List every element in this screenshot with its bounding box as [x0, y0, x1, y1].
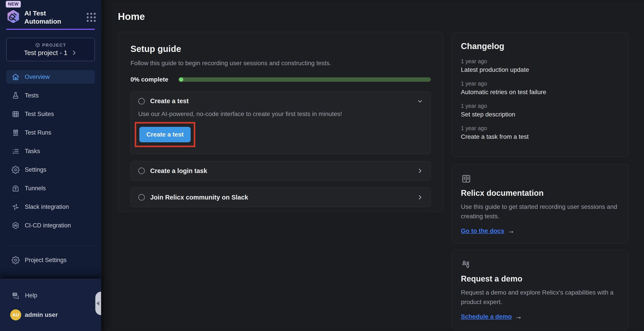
avatar: AU — [10, 309, 21, 321]
user-menu[interactable]: AU admin user — [10, 309, 101, 321]
progress-row: 0% complete — [130, 76, 431, 83]
sidebar-item-label: Test Runs — [25, 129, 51, 136]
sidebar-item-label: Project Settings — [25, 257, 66, 264]
sidebar-item-test-runs[interactable]: Test Runs — [6, 126, 95, 139]
changelog-time: 1 year ago — [461, 58, 620, 64]
users-icon — [461, 267, 472, 271]
changelog-card: Changelog 1 year ago Latest production u… — [452, 32, 629, 157]
docs-link-row: Go to the docs → — [461, 227, 620, 235]
project-label: PROJECT — [42, 43, 66, 48]
sidebar-item-label: Settings — [25, 166, 46, 173]
request-demo-title: Request a demo — [461, 274, 620, 284]
create-a-test-button[interactable]: Create a test — [139, 127, 191, 142]
sidebar-item-test-suites[interactable]: Test Suites — [6, 107, 95, 121]
progress-label: 0% complete — [130, 76, 168, 83]
sidebar-item-label: Test Suites — [25, 111, 54, 118]
setup-step-title: Create a login task — [150, 167, 207, 175]
arrow-right-icon: → — [507, 227, 514, 235]
changelog-title: Changelog — [461, 41, 620, 51]
request-demo-description: Request a demo and explore Relicx's capa… — [461, 288, 620, 307]
sidebar-item-slack-integration[interactable]: Slack integration — [6, 200, 95, 214]
app-title: AI Test Automation — [24, 9, 68, 25]
sidebar-nav: Overview Tests Test Suites Test Runs Tas… — [6, 70, 95, 232]
setup-guide-card: Setup guide Follow this guide to begin r… — [118, 32, 444, 212]
sidebar-collapse-handle[interactable] — [95, 292, 101, 315]
setup-step-header[interactable]: Create a test — [138, 97, 423, 105]
help-button[interactable]: ? Help — [12, 292, 101, 300]
brand: AI Test Automation — [5, 9, 96, 26]
setup-step-create-a-login-task[interactable]: Create a login task — [130, 161, 431, 181]
sidebar-item-cicd-integration[interactable]: CI-CD integration — [6, 219, 95, 232]
sidebar-item-label: CI-CD integration — [25, 222, 71, 229]
changelog-text: Automatic retries on test failure — [461, 89, 620, 96]
documentation-title: Relicx documentation — [461, 188, 620, 198]
changelog-text: Set step description — [461, 111, 620, 118]
sidebar-item-overview[interactable]: Overview — [6, 70, 95, 84]
project-selector[interactable]: PROJECT Test project - 1 — [6, 38, 95, 61]
request-demo-card: Request a demo Request a demo and explor… — [452, 250, 629, 330]
home-icon — [12, 73, 20, 81]
accent-divider — [6, 29, 95, 30]
book-icon — [461, 181, 472, 185]
chevron-right-icon — [417, 168, 423, 174]
tunnel-icon — [12, 184, 20, 192]
package-icon — [35, 42, 40, 48]
sidebar-item-settings[interactable]: Settings — [6, 163, 95, 177]
changelog-entry: 1 year ago Automatic retries on test fai… — [461, 80, 620, 96]
changelog-time: 1 year ago — [461, 103, 620, 109]
documentation-card: Relicx documentation Use this guide to g… — [452, 164, 629, 244]
sidebar-footer: ? Help AU admin user — [0, 279, 101, 331]
changelog-text: Create a task from a test — [461, 133, 620, 140]
schedule-demo-link[interactable]: Schedule a demo — [461, 313, 512, 320]
list-icon — [12, 147, 20, 155]
gear-icon — [12, 256, 20, 264]
apps-grid-button[interactable] — [87, 13, 96, 22]
setup-step-create-a-test: Create a test Use our AI-powered, no-cod… — [130, 91, 431, 154]
triangle-left-icon — [96, 301, 99, 306]
arrow-right-icon: → — [515, 313, 522, 321]
demo-link-row: Schedule a demo → — [461, 313, 620, 321]
setup-step-join-slack-community[interactable]: Join Relicx community on Slack — [130, 188, 431, 207]
incomplete-step-icon — [138, 98, 145, 104]
progress-indicator — [179, 77, 183, 82]
setup-step-description: Use our AI-powered, no-code interface to… — [138, 110, 423, 118]
sidebar-item-label: Tasks — [25, 148, 40, 155]
sidebar-item-label: Overview — [25, 74, 50, 80]
changelog-entry: 1 year ago Latest production update — [461, 58, 620, 73]
changelog-time: 1 year ago — [461, 125, 620, 131]
go-to-docs-link[interactable]: Go to the docs — [461, 227, 504, 234]
sidebar-item-tunnels[interactable]: Tunnels — [6, 181, 95, 195]
help-label: Help — [25, 292, 38, 299]
setup-guide-title: Setup guide — [130, 44, 431, 54]
progress-bar — [178, 77, 431, 82]
changelog-time: 1 year ago — [461, 80, 620, 87]
help-chat-icon: ? — [12, 292, 20, 300]
gear-icon — [12, 166, 20, 174]
cicd-icon — [12, 221, 20, 230]
documentation-description: Use this guide to get started recording … — [461, 202, 620, 221]
grid-table-icon — [12, 110, 20, 118]
user-name: admin user — [25, 311, 58, 319]
columns-icon — [12, 129, 20, 137]
setup-step-title: Create a test — [150, 97, 189, 105]
right-column: Changelog 1 year ago Latest production u… — [452, 32, 629, 330]
sidebar-item-tasks[interactable]: Tasks — [6, 144, 95, 158]
setup-step-title: Join Relicx community on Slack — [150, 194, 248, 201]
incomplete-step-icon — [138, 167, 145, 174]
new-badge: NEW — [6, 1, 21, 7]
sidebar-item-label: Slack integration — [25, 204, 69, 210]
sidebar-item-tests[interactable]: Tests — [6, 89, 95, 102]
sidebar-item-project-settings[interactable]: Project Settings — [6, 253, 95, 267]
slack-icon — [12, 203, 20, 211]
incomplete-step-icon — [138, 194, 145, 201]
chevron-right-icon — [417, 194, 423, 200]
changelog-entry: 1 year ago Create a task from a test — [461, 125, 620, 140]
sidebar-item-label: Tests — [25, 92, 39, 99]
app-logo-icon — [5, 9, 22, 26]
divider — [6, 246, 95, 246]
setup-guide-description: Follow this guide to begin recording use… — [130, 60, 431, 67]
changelog-entry: 1 year ago Set step description — [461, 103, 620, 118]
project-name: Test project - 1 — [24, 49, 68, 56]
page-title: Home — [118, 11, 644, 22]
sidebar-secondary-nav: Project Settings — [6, 253, 95, 267]
